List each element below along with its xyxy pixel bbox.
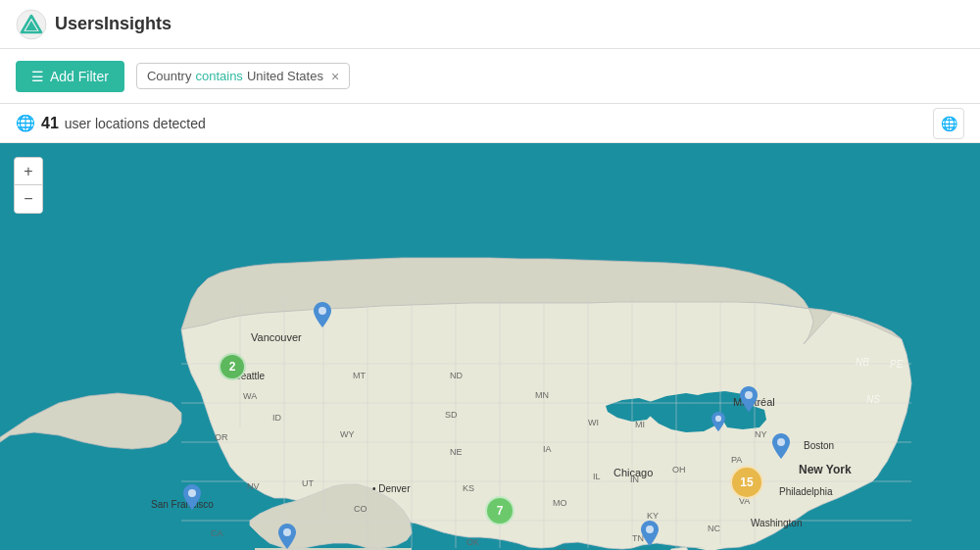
map-container: + − WA OR CA ID NV MT WY UT CO ND SD NE … xyxy=(0,143,980,550)
add-filter-label: Add Filter xyxy=(50,69,109,84)
logo-icon xyxy=(16,9,47,40)
svg-point-23 xyxy=(188,489,196,497)
filter-value: United States xyxy=(247,69,323,83)
logo-text: UsersInsights xyxy=(55,14,172,34)
svg-point-25 xyxy=(745,391,753,399)
user-locations-count: 🌐 41 user locations detected xyxy=(16,114,206,132)
info-bar: 🌐 41 user locations detected 🌐 xyxy=(0,104,980,143)
add-filter-button[interactable]: ☰ Add Filter xyxy=(16,61,124,92)
filter-icon: ☰ xyxy=(31,69,44,84)
locations-label: user locations detected xyxy=(65,116,206,131)
pin-east-coast[interactable] xyxy=(772,433,790,463)
app-container: UsersInsights ☰ Add Filter Country conta… xyxy=(0,0,980,550)
locations-number: 41 xyxy=(41,115,59,132)
filter-tag: Country contains United States × xyxy=(136,63,350,89)
cluster-kansas[interactable]: 7 xyxy=(485,496,514,525)
svg-point-26 xyxy=(715,416,721,422)
filter-field: Country xyxy=(147,69,192,83)
pin-top-center[interactable] xyxy=(314,302,331,331)
cluster-seattle[interactable]: 2 xyxy=(219,353,246,380)
toolbar: ☰ Add Filter Country contains United Sta… xyxy=(0,49,980,104)
svg-point-27 xyxy=(777,438,785,446)
pin-nashville[interactable] xyxy=(641,521,659,550)
logo-area: UsersInsights xyxy=(16,9,172,40)
svg-point-24 xyxy=(646,525,654,533)
globe-icon: 🌐 xyxy=(16,114,35,132)
zoom-controls: + − xyxy=(14,157,43,214)
globe-view-button[interactable]: 🌐 xyxy=(933,108,964,139)
svg-point-28 xyxy=(283,528,291,536)
pin-az[interactable] xyxy=(278,524,296,550)
filter-close-button[interactable]: × xyxy=(331,70,339,83)
pin-sf[interactable] xyxy=(183,484,201,514)
cluster-newyork[interactable]: 15 xyxy=(730,466,763,499)
zoom-in-button[interactable]: + xyxy=(15,158,42,185)
pin-montreal[interactable] xyxy=(740,386,758,416)
header: UsersInsights xyxy=(0,0,980,49)
svg-point-22 xyxy=(318,307,326,315)
map-svg xyxy=(0,143,980,550)
filter-operator: contains xyxy=(195,69,242,83)
zoom-out-button[interactable]: − xyxy=(15,185,42,213)
pin-toronto[interactable] xyxy=(711,412,725,435)
